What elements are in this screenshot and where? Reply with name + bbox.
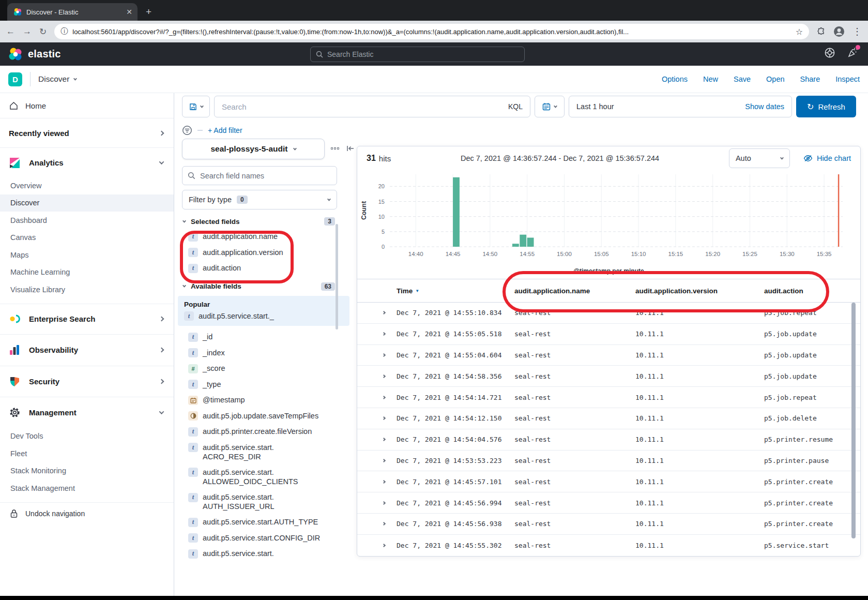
chart-options-icon[interactable] xyxy=(331,147,339,149)
tab-close-icon[interactable]: ✕ xyxy=(126,8,132,16)
save-button[interactable]: Save xyxy=(734,75,751,83)
sidebar-item-visualize-library[interactable]: Visualize Library xyxy=(0,281,174,298)
bookmark-star-icon[interactable]: ☆ xyxy=(796,27,803,37)
histogram-bar-14:55[interactable] xyxy=(527,238,534,247)
sidebar-section-management[interactable]: Management xyxy=(0,397,174,428)
sidebar-section-security[interactable]: Security xyxy=(0,366,174,397)
site-info-icon[interactable]: ⓘ xyxy=(60,27,68,36)
reload-icon[interactable]: ↻ xyxy=(39,26,47,37)
sidebar-section-observability[interactable]: Observability xyxy=(0,335,174,366)
column-header-action[interactable]: audit.action xyxy=(764,287,860,295)
expand-row-button[interactable] xyxy=(357,396,397,399)
interval-select[interactable]: Auto xyxy=(729,148,790,168)
open-button[interactable]: Open xyxy=(766,75,784,83)
add-filter-button[interactable]: + Add filter xyxy=(208,126,242,134)
histogram-bar-14:53[interactable] xyxy=(512,244,519,247)
available-field-audit-p5-job-update-savetempfiles[interactable]: audit.p5.job.update.saveTempFiles xyxy=(182,408,330,424)
expand-row-button[interactable] xyxy=(357,544,397,547)
column-header-application-version[interactable]: audit.application.version xyxy=(635,287,764,295)
extensions-puzzle-icon[interactable] xyxy=(817,27,826,36)
available-field-audit-p5-printer-create-fileversion[interactable]: taudit.p5.printer.create.fileVersion xyxy=(182,424,330,440)
expand-row-button[interactable] xyxy=(357,311,397,314)
sidebar-item-canvas[interactable]: Canvas xyxy=(0,229,174,247)
available-field-index[interactable]: t_index xyxy=(182,345,330,361)
available-fields-header[interactable]: Available fields 63 xyxy=(182,282,335,291)
field-search-input[interactable]: Search field names xyxy=(182,166,337,185)
column-header-time[interactable]: Time▼ xyxy=(397,287,514,295)
datepicker-quick-menu-button[interactable] xyxy=(535,96,565,117)
sidebar-item-maps[interactable]: Maps xyxy=(0,246,174,264)
available-field-audit-p5-service-start-allowed-oidc-clients[interactable]: taudit.p5.service.start.ALLOWED_OIDC_CLI… xyxy=(182,464,330,489)
histogram-bar-14:45[interactable] xyxy=(453,177,460,247)
forward-icon[interactable]: → xyxy=(23,26,32,37)
selected-fields-header[interactable]: Selected fields 3 xyxy=(182,217,335,226)
inspect-button[interactable]: Inspect xyxy=(835,75,860,83)
expand-row-button[interactable] xyxy=(357,522,397,525)
sidebar-item-home[interactable]: Home xyxy=(0,93,174,118)
whats-new-icon[interactable] xyxy=(847,47,859,58)
sidebar-section-analytics[interactable]: Analytics xyxy=(0,148,174,177)
saved-query-menu-button[interactable] xyxy=(182,96,210,117)
index-pattern-selector[interactable]: seal-plossys-5-audit xyxy=(182,139,325,159)
popular-field-audit-p5-service-start[interactable]: taudit.p5.service.start._ xyxy=(182,308,330,324)
sidebar-item-fleet[interactable]: Fleet xyxy=(0,445,174,462)
expand-row-button[interactable] xyxy=(357,354,397,356)
table-scrollbar[interactable] xyxy=(851,303,856,538)
sidebar-section-enterprise-search[interactable]: Enterprise Search xyxy=(0,304,174,334)
browser-menu-icon[interactable]: ⋮ xyxy=(852,26,862,37)
expand-row-button[interactable] xyxy=(357,333,397,335)
available-field-audit-p5-service-start-auth-type[interactable]: taudit.p5.service.start.AUTH_TYPE xyxy=(182,514,330,530)
collapse-sidebar-icon[interactable] xyxy=(346,145,355,152)
app-icon-badge[interactable]: D xyxy=(8,72,22,86)
sidebar-item-machine-learning[interactable]: Machine Learning xyxy=(0,264,174,281)
time-range-control[interactable]: Last 1 hour Show dates xyxy=(569,96,792,117)
sidebar-item-dashboard[interactable]: Dashboard xyxy=(0,212,174,229)
breadcrumb[interactable]: Discover xyxy=(38,74,77,84)
expand-row-button[interactable] xyxy=(357,417,397,419)
global-search-input[interactable]: Search Elastic xyxy=(310,47,525,62)
sidebar-item-discover[interactable]: Discover xyxy=(0,194,174,212)
show-dates-button[interactable]: Show dates xyxy=(745,102,784,111)
expand-row-button[interactable] xyxy=(357,459,397,462)
available-field-type[interactable]: t_type xyxy=(182,377,330,393)
new-tab-button[interactable]: + xyxy=(146,5,151,19)
expand-row-button[interactable] xyxy=(357,481,397,483)
available-field-audit-p5-service-start-auth-issuer-url[interactable]: taudit.p5.service.start.AUTH_ISSUER_URL xyxy=(182,489,330,514)
browser-tab[interactable]: Discover - Elastic ✕ xyxy=(7,3,138,21)
sidebar-recently-viewed[interactable]: Recently viewed xyxy=(0,118,174,147)
available-field-audit-p5-service-start-acro-res-dir[interactable]: taudit.p5.service.start.ACRO_RES_DIR xyxy=(182,440,330,464)
available-field-id[interactable]: t_id xyxy=(182,329,330,345)
hide-chart-button[interactable]: Hide chart xyxy=(803,154,851,162)
query-language-button[interactable]: KQL xyxy=(503,102,523,111)
available-field-audit-p5-service-start-config-dir[interactable]: taudit.p5.service.start.CONFIG_DIR xyxy=(182,530,330,546)
address-field[interactable]: ⓘ localhost:5601/app/discover?#/?_g=(fil… xyxy=(54,24,809,39)
available-field-audit-p5-service-start[interactable]: taudit.p5.service.start. xyxy=(182,546,330,562)
available-field-score[interactable]: #_score xyxy=(182,361,330,377)
expand-row-button[interactable] xyxy=(357,375,397,378)
expand-row-button[interactable] xyxy=(357,438,397,441)
time-range-value[interactable]: Last 1 hour xyxy=(576,102,745,111)
kql-search-input[interactable]: Search KQL xyxy=(214,96,530,117)
selected-field-audit-application-version[interactable]: taudit.application.version xyxy=(182,245,330,261)
fields-scrollbar[interactable] xyxy=(336,224,338,329)
new-button[interactable]: New xyxy=(703,75,718,83)
options-button[interactable]: Options xyxy=(662,75,688,83)
help-icon[interactable] xyxy=(824,47,835,58)
filter-by-type-button[interactable]: Filter by type 0 xyxy=(182,190,337,209)
sidebar-item-stack-management[interactable]: Stack Management xyxy=(0,479,174,497)
sidebar-item-overview[interactable]: Overview xyxy=(0,177,174,194)
available-field-timestamp[interactable]: @timestamp xyxy=(182,392,330,408)
elastic-brand[interactable]: elastic xyxy=(8,47,61,62)
back-icon[interactable]: ← xyxy=(6,26,15,37)
undock-navigation-button[interactable]: Undock navigation xyxy=(0,503,174,524)
expand-row-button[interactable] xyxy=(357,502,397,504)
refresh-button[interactable]: ↻ Refresh xyxy=(796,96,856,117)
profile-avatar-icon[interactable] xyxy=(833,26,845,37)
sidebar-item-dev-tools[interactable]: Dev Tools xyxy=(0,428,174,445)
share-button[interactable]: Share xyxy=(800,75,820,83)
selected-field-audit-application-name[interactable]: taudit.application.name xyxy=(182,229,330,245)
histogram-chart[interactable]: 0510152014:4014:4514:5014:5515:0015:0515… xyxy=(357,170,860,266)
histogram-bar-14:54[interactable] xyxy=(520,235,526,247)
sidebar-item-stack-monitoring[interactable]: Stack Monitoring xyxy=(0,462,174,480)
filter-menu-icon[interactable] xyxy=(182,125,192,136)
